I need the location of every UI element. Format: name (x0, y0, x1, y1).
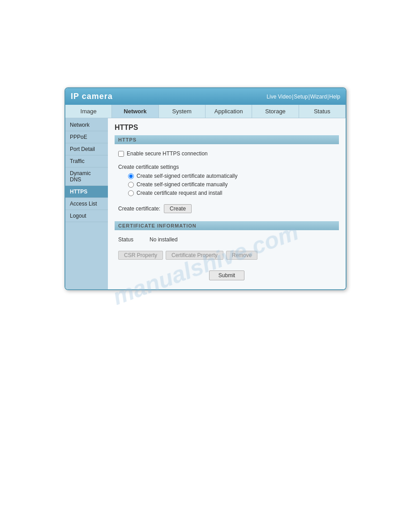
tab-image[interactable]: Image (65, 105, 112, 118)
sidebar-item-pppoe[interactable]: PPPoE (65, 131, 108, 143)
cert-buttons-row: CSR Property Certificate Property Remove (115, 249, 339, 262)
app-title: IP camera (71, 92, 113, 101)
cert-info-section: CERTIFICATE INFORMATION Status No instal… (115, 221, 339, 262)
radio-row-auto: Create self-signed certificate automatic… (128, 173, 339, 179)
submit-row: Submit (115, 267, 339, 284)
header: IP camera Live Video | Setup | Wizard | … (65, 88, 346, 105)
content-panel: HTTPS HTTPS Enable secure HTTPS connecti… (108, 118, 346, 289)
create-cert-label: Create certificate: (118, 206, 160, 212)
cert-info-header: CERTIFICATE INFORMATION (115, 221, 339, 230)
sidebar-item-dynamic-dns[interactable]: Dynamic DNS (65, 167, 108, 186)
sidebar-item-https[interactable]: HTTPS (65, 186, 108, 198)
nav-help[interactable]: Help (329, 94, 340, 100)
https-section-header: HTTPS (115, 135, 339, 144)
camera-ui: IP camera Live Video | Setup | Wizard | … (64, 87, 347, 290)
tab-network[interactable]: Network (112, 105, 158, 118)
remove-button[interactable]: Remove (226, 251, 258, 260)
page-title: HTTPS (115, 124, 339, 132)
create-cert-row: Create certificate: Create (115, 202, 339, 216)
tab-system[interactable]: System (159, 105, 206, 118)
sidebar-item-network[interactable]: Network (65, 119, 108, 131)
cert-status-row: Status No installed (115, 234, 339, 245)
tab-storage[interactable]: Storage (252, 105, 299, 118)
sidebar-item-port-detail[interactable]: Port Detail (65, 143, 108, 155)
enable-https-label: Enable secure HTTPS connection (127, 150, 208, 157)
tab-application[interactable]: Application (206, 105, 253, 118)
enable-https-checkbox[interactable] (118, 151, 124, 157)
radio-row-manual: Create self-signed certificate manually (128, 181, 339, 188)
radio-request-label: Create certificate request and install (137, 190, 222, 196)
nav-setup[interactable]: Setup (294, 94, 308, 100)
tab-status[interactable]: Status (299, 105, 346, 118)
status-value: No installed (150, 236, 178, 243)
sidebar: Network PPPoE Port Detail Traffic Dynami… (65, 118, 108, 289)
sidebar-item-access-list[interactable]: Access List (65, 198, 108, 210)
radio-row-request: Create certificate request and install (128, 190, 339, 196)
top-nav: Image Network System Application Storage… (65, 105, 346, 118)
certificate-property-button[interactable]: Certificate Property (166, 251, 223, 260)
nav-live-video[interactable]: Live Video (266, 94, 291, 100)
radio-manual-label: Create self-signed certificate manually (137, 181, 227, 188)
radio-auto-label: Create self-signed certificate automatic… (137, 173, 237, 179)
radio-auto[interactable] (128, 173, 134, 179)
radio-manual[interactable] (128, 182, 134, 188)
cert-settings-label: Create certificate settings (115, 164, 339, 170)
nav-wizard[interactable]: Wizard (310, 94, 327, 100)
sidebar-item-traffic[interactable]: Traffic (65, 155, 108, 167)
header-nav: Live Video | Setup | Wizard | Help (266, 94, 340, 100)
create-button[interactable]: Create (164, 204, 192, 213)
enable-https-row: Enable secure HTTPS connection (115, 148, 339, 159)
radio-request[interactable] (128, 190, 134, 196)
csr-property-button[interactable]: CSR Property (118, 251, 163, 260)
status-label: Status (118, 236, 141, 243)
sidebar-item-logout[interactable]: Logout (65, 210, 108, 222)
submit-button[interactable]: Submit (209, 270, 244, 280)
radio-group: Create self-signed certificate automatic… (115, 173, 339, 196)
main-area: Network PPPoE Port Detail Traffic Dynami… (65, 118, 346, 289)
